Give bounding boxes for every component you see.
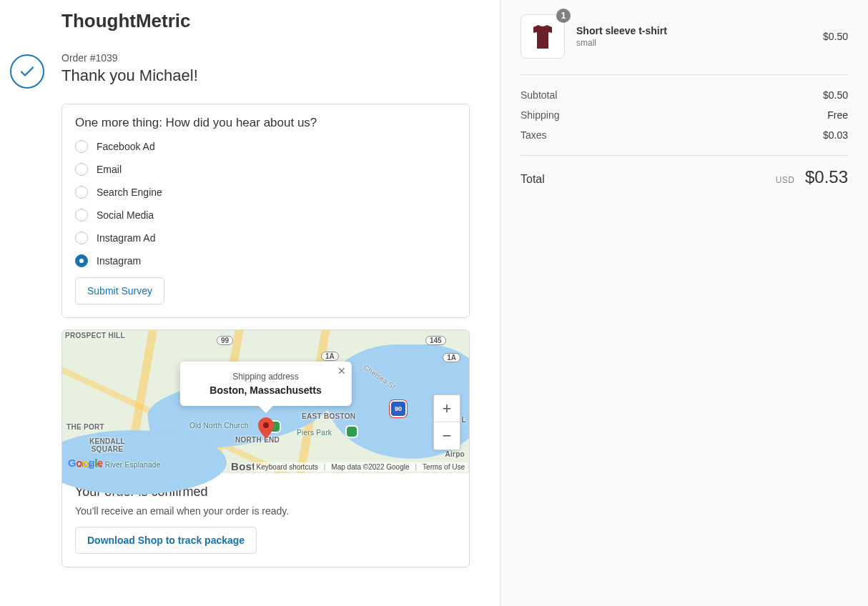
survey-option-email[interactable]: Email <box>75 163 456 176</box>
survey-option-label: Instagram Ad <box>97 232 156 244</box>
survey-option-label: Facebook Ad <box>97 141 155 152</box>
map-label: Old North Church <box>189 422 249 429</box>
success-check-icon <box>10 54 44 89</box>
confirm-text: You'll receive an email when your order … <box>75 505 456 517</box>
item-name: Short sleeve t-shirt <box>576 25 667 36</box>
total-value: $0.53 <box>805 167 848 187</box>
map-label: KENDALL SQUARE <box>89 437 125 453</box>
zoom-out-button[interactable]: − <box>434 422 460 449</box>
submit-survey-button[interactable]: Submit Survey <box>75 277 164 304</box>
route-badge: 99 <box>217 336 233 345</box>
shipping-map[interactable]: PROSPECT HILL THE PORT KENDALL SQUARE Ol… <box>62 330 469 473</box>
order-summary: 1 Short sleeve t-shirt small $0.50 Subto… <box>500 0 868 606</box>
survey-option-search-engine[interactable]: Search Engine <box>75 186 456 199</box>
radio-icon <box>75 186 88 199</box>
subtotal-value: $0.50 <box>823 89 848 101</box>
line-item: 1 Short sleeve t-shirt small $0.50 <box>521 14 848 74</box>
route-badge: 1A <box>443 353 460 362</box>
order-number: Order #1039 <box>61 52 470 64</box>
map-tooltip-label: Shipping address <box>209 372 321 382</box>
survey-option-instagram-ad[interactable]: Instagram Ad <box>75 232 456 244</box>
survey-option-social-media[interactable]: Social Media <box>75 209 456 222</box>
map-pin-icon <box>258 417 274 442</box>
radio-icon <box>75 163 88 176</box>
map-attribution: Keyboard shortcuts | Map data ©2022 Goog… <box>254 462 468 472</box>
survey-option-facebook-ad[interactable]: Facebook Ad <box>75 140 456 153</box>
total-label: Total <box>521 173 545 186</box>
taxes-label: Taxes <box>521 129 547 141</box>
store-name: ThoughtMetric <box>61 10 470 32</box>
route-badge: 145 <box>425 336 446 345</box>
zoom-in-button[interactable]: + <box>434 395 460 422</box>
map-label: Airpo <box>445 450 465 458</box>
download-shop-button[interactable]: Download Shop to track package <box>75 527 257 554</box>
radio-icon <box>75 209 88 222</box>
park-icon <box>347 427 357 437</box>
shipping-label: Shipping <box>521 109 560 121</box>
radio-icon <box>75 140 88 153</box>
map-label: EAST BOSTON <box>302 412 355 420</box>
map-label: Bost <box>231 460 256 472</box>
map-label: PROSPECT HILL <box>65 332 125 339</box>
map-tooltip: ✕ Shipping address Boston, Massachusetts <box>179 362 351 406</box>
survey-option-instagram[interactable]: Instagram <box>75 254 456 267</box>
map-terms-link[interactable]: Terms of Use <box>423 463 465 471</box>
svg-point-0 <box>263 422 269 428</box>
map-data-attribution: Map data ©2022 Google <box>331 463 409 471</box>
map-label: THE PORT <box>66 423 104 431</box>
map-label: Piers Park <box>297 429 332 437</box>
survey-card: One more thing: How did you hear about u… <box>61 104 470 318</box>
shipping-value: Free <box>827 109 848 121</box>
map-tooltip-address: Boston, Massachusetts <box>209 384 321 396</box>
map-keyboard-shortcuts[interactable]: Keyboard shortcuts <box>257 463 318 471</box>
item-price: $0.50 <box>823 31 848 42</box>
survey-title: One more thing: How did you hear about u… <box>75 116 456 130</box>
radio-icon <box>75 232 88 244</box>
interstate-shield-icon: 90 <box>391 402 405 416</box>
radio-icon <box>75 254 88 267</box>
order-confirm-card: PROSPECT HILL THE PORT KENDALL SQUARE Ol… <box>61 329 470 567</box>
taxes-value: $0.03 <box>823 129 848 141</box>
close-icon[interactable]: ✕ <box>337 366 346 376</box>
item-variant: small <box>576 38 667 48</box>
survey-option-label: Email <box>97 164 122 175</box>
route-badge: 1A <box>321 352 339 361</box>
survey-option-label: Instagram <box>97 255 141 267</box>
survey-option-label: Social Media <box>97 209 154 221</box>
google-logo-icon: Google <box>68 457 103 469</box>
total-currency: USD <box>776 175 795 185</box>
subtotal-label: Subtotal <box>521 89 557 101</box>
quantity-badge: 1 <box>556 9 571 23</box>
survey-option-label: Search Engine <box>97 187 162 198</box>
map-zoom-control: + − <box>433 394 460 450</box>
thank-you-heading: Thank you Michael! <box>61 66 470 85</box>
